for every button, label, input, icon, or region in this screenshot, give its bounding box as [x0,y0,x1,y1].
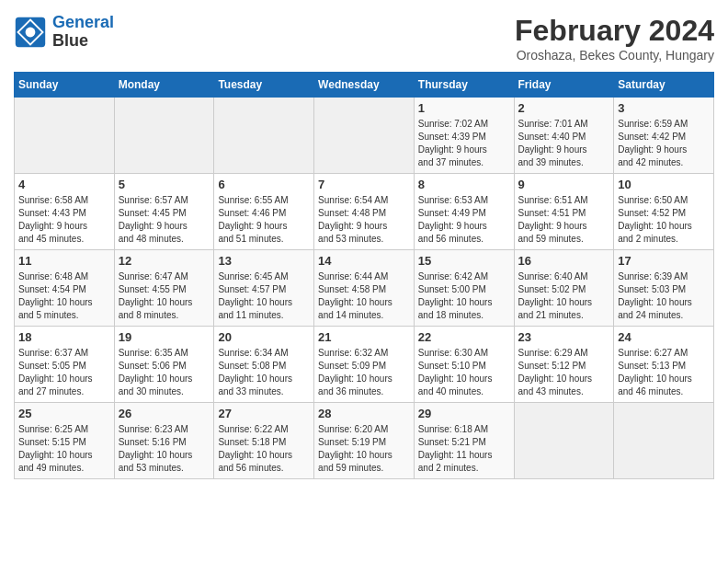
calendar-week-row: 18Sunrise: 6:37 AM Sunset: 5:05 PM Dayli… [15,327,714,403]
day-number: 25 [18,407,110,420]
day-info: Sunrise: 6:44 AM Sunset: 4:58 PM Dayligh… [318,270,410,322]
day-number: 26 [119,407,210,420]
day-info: Sunrise: 6:53 AM Sunset: 4:49 PM Dayligh… [418,194,510,246]
day-info: Sunrise: 6:20 AM Sunset: 5:19 PM Dayligh… [318,423,410,475]
day-info: Sunrise: 6:57 AM Sunset: 4:45 PM Dayligh… [119,194,210,246]
calendar-cell [114,98,214,174]
day-info: Sunrise: 6:39 AM Sunset: 5:03 PM Dayligh… [618,270,710,322]
day-number: 1 [418,101,510,115]
calendar-cell: 14Sunrise: 6:44 AM Sunset: 4:58 PM Dayli… [314,250,415,327]
day-info: Sunrise: 6:58 AM Sunset: 4:43 PM Dayligh… [18,194,110,246]
day-number: 3 [618,101,710,115]
calendar-cell: 2Sunrise: 7:01 AM Sunset: 4:40 PM Daylig… [514,98,614,174]
calendar-cell: 13Sunrise: 6:45 AM Sunset: 4:57 PM Dayli… [214,250,314,327]
location: Oroshaza, Bekes County, Hungary [515,48,714,63]
day-number: 15 [418,254,510,268]
day-info: Sunrise: 6:37 AM Sunset: 5:05 PM Dayligh… [18,347,110,398]
day-info: Sunrise: 6:22 AM Sunset: 5:18 PM Dayligh… [218,423,310,475]
page-header: General Blue February 2024 Oroshaza, Bek… [14,14,714,63]
day-number: 18 [18,330,110,344]
logo-icon [14,16,47,49]
day-number: 29 [418,407,510,420]
day-number: 21 [318,330,410,344]
logo: General Blue [14,14,114,51]
calendar-week-row: 11Sunrise: 6:48 AM Sunset: 4:54 PM Dayli… [15,250,714,327]
calendar-cell: 9Sunrise: 6:51 AM Sunset: 4:51 PM Daylig… [514,174,614,250]
day-info: Sunrise: 6:30 AM Sunset: 5:10 PM Dayligh… [418,347,510,398]
weekday-header: Sunday [15,73,115,98]
calendar-cell: 6Sunrise: 6:55 AM Sunset: 4:46 PM Daylig… [214,174,314,250]
day-info: Sunrise: 7:01 AM Sunset: 4:40 PM Dayligh… [518,118,610,169]
svg-point-2 [26,27,36,37]
calendar-cell: 20Sunrise: 6:34 AM Sunset: 5:08 PM Dayli… [214,327,314,403]
day-number: 6 [218,178,310,191]
day-number: 22 [418,330,510,344]
day-info: Sunrise: 6:25 AM Sunset: 5:15 PM Dayligh… [18,423,110,475]
day-info: Sunrise: 6:27 AM Sunset: 5:13 PM Dayligh… [618,347,710,398]
weekday-header-row: SundayMondayTuesdayWednesdayThursdayFrid… [15,73,714,98]
calendar-cell: 23Sunrise: 6:29 AM Sunset: 5:12 PM Dayli… [514,327,614,403]
calendar-cell: 29Sunrise: 6:18 AM Sunset: 5:21 PM Dayli… [414,403,514,479]
calendar-cell: 19Sunrise: 6:35 AM Sunset: 5:06 PM Dayli… [114,327,214,403]
calendar-cell: 8Sunrise: 6:53 AM Sunset: 4:49 PM Daylig… [414,174,514,250]
calendar-cell: 24Sunrise: 6:27 AM Sunset: 5:13 PM Dayli… [614,327,714,403]
day-number: 10 [618,178,710,191]
calendar-cell: 3Sunrise: 6:59 AM Sunset: 4:42 PM Daylig… [614,98,714,174]
day-info: Sunrise: 6:34 AM Sunset: 5:08 PM Dayligh… [218,347,310,398]
day-info: Sunrise: 6:47 AM Sunset: 4:55 PM Dayligh… [119,270,210,322]
day-info: Sunrise: 6:29 AM Sunset: 5:12 PM Dayligh… [518,347,610,398]
day-number: 9 [518,178,610,191]
calendar-cell: 25Sunrise: 6:25 AM Sunset: 5:15 PM Dayli… [15,403,115,479]
title-block: February 2024 Oroshaza, Bekes County, Hu… [515,14,714,63]
calendar-cell: 21Sunrise: 6:32 AM Sunset: 5:09 PM Dayli… [314,327,415,403]
day-number: 12 [119,254,210,268]
calendar-cell: 11Sunrise: 6:48 AM Sunset: 4:54 PM Dayli… [15,250,115,327]
day-number: 2 [518,101,610,115]
day-info: Sunrise: 6:48 AM Sunset: 4:54 PM Dayligh… [18,270,110,322]
day-number: 23 [518,330,610,344]
day-number: 20 [218,330,310,344]
day-info: Sunrise: 6:40 AM Sunset: 5:02 PM Dayligh… [518,270,610,322]
calendar-cell: 12Sunrise: 6:47 AM Sunset: 4:55 PM Dayli… [114,250,214,327]
day-info: Sunrise: 7:02 AM Sunset: 4:39 PM Dayligh… [418,118,510,169]
day-info: Sunrise: 6:32 AM Sunset: 5:09 PM Dayligh… [318,347,410,398]
calendar-cell: 16Sunrise: 6:40 AM Sunset: 5:02 PM Dayli… [514,250,614,327]
calendar-cell: 18Sunrise: 6:37 AM Sunset: 5:05 PM Dayli… [15,327,115,403]
day-number: 17 [618,254,710,268]
day-number: 7 [318,178,410,191]
calendar-cell [614,403,714,479]
day-info: Sunrise: 6:35 AM Sunset: 5:06 PM Dayligh… [119,347,210,398]
weekday-header: Monday [114,73,214,98]
weekday-header: Saturday [614,73,714,98]
calendar-cell: 10Sunrise: 6:50 AM Sunset: 4:52 PM Dayli… [614,174,714,250]
calendar-cell: 7Sunrise: 6:54 AM Sunset: 4:48 PM Daylig… [314,174,415,250]
day-number: 19 [119,330,210,344]
calendar-cell: 17Sunrise: 6:39 AM Sunset: 5:03 PM Dayli… [614,250,714,327]
logo-line1: General [52,13,114,31]
day-info: Sunrise: 6:51 AM Sunset: 4:51 PM Dayligh… [518,194,610,246]
calendar-cell: 26Sunrise: 6:23 AM Sunset: 5:16 PM Dayli… [114,403,214,479]
calendar-cell: 27Sunrise: 6:22 AM Sunset: 5:18 PM Dayli… [214,403,314,479]
calendar-cell: 5Sunrise: 6:57 AM Sunset: 4:45 PM Daylig… [114,174,214,250]
day-info: Sunrise: 6:42 AM Sunset: 5:00 PM Dayligh… [418,270,510,322]
calendar-cell: 15Sunrise: 6:42 AM Sunset: 5:00 PM Dayli… [414,250,514,327]
day-number: 16 [518,254,610,268]
day-number: 24 [618,330,710,344]
day-info: Sunrise: 6:50 AM Sunset: 4:52 PM Dayligh… [618,194,710,246]
calendar-cell [15,98,115,174]
weekday-header: Thursday [414,73,514,98]
day-number: 28 [318,407,410,420]
weekday-header: Wednesday [314,73,415,98]
day-number: 8 [418,178,510,191]
calendar-cell: 4Sunrise: 6:58 AM Sunset: 4:43 PM Daylig… [15,174,115,250]
calendar-cell: 1Sunrise: 7:02 AM Sunset: 4:39 PM Daylig… [414,98,514,174]
logo-text: General Blue [52,14,114,51]
weekday-header: Tuesday [214,73,314,98]
calendar-cell [514,403,614,479]
calendar-cell [314,98,415,174]
day-number: 14 [318,254,410,268]
month-title: February 2024 [515,14,714,48]
day-info: Sunrise: 6:55 AM Sunset: 4:46 PM Dayligh… [218,194,310,246]
logo-line2: Blue [52,32,114,51]
day-info: Sunrise: 6:45 AM Sunset: 4:57 PM Dayligh… [218,270,310,322]
